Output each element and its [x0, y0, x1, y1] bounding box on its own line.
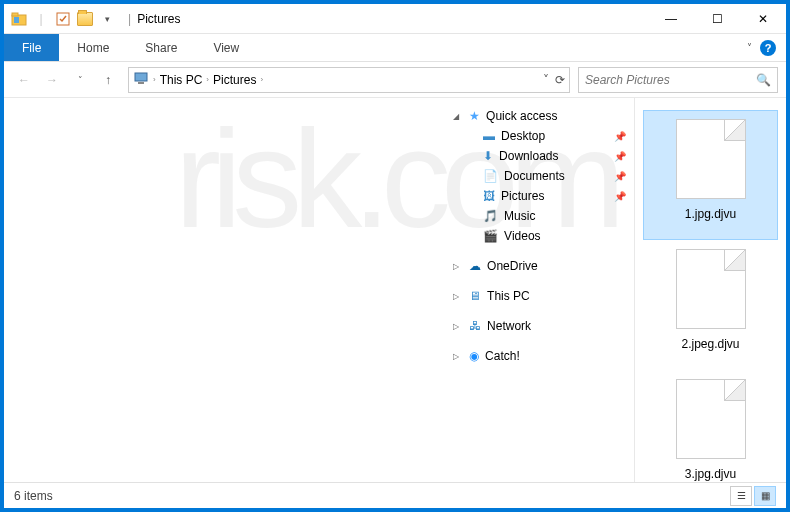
expand-arrow-icon[interactable]: ▷: [453, 322, 463, 331]
pin-icon: 📌: [614, 131, 626, 142]
file-list[interactable]: 1.jpg.djvu 2.jpeg.djvu 3.jpg.djvu 4.jpg.…: [635, 98, 786, 482]
breadcrumb-pictures[interactable]: Pictures: [213, 73, 256, 87]
address-bar[interactable]: › This PC › Pictures › ˅ ⟳: [128, 67, 570, 93]
sidebar-item-label: Documents: [504, 169, 565, 183]
help-icon[interactable]: ?: [760, 40, 776, 56]
window-controls: — ☐ ✕: [648, 4, 786, 34]
expand-arrow-icon[interactable]: ▷: [453, 262, 463, 271]
explorer-icon: [10, 10, 28, 28]
chevron-right-icon[interactable]: ›: [206, 75, 209, 84]
qat-separator: |: [32, 10, 50, 28]
sidebar-label: OneDrive: [487, 259, 538, 273]
sidebar-thispc[interactable]: ▷ 🖥 This PC: [449, 286, 630, 306]
desktop-icon: ▬: [483, 129, 495, 143]
pin-icon: 📌: [614, 151, 626, 162]
file-icon: [676, 119, 746, 199]
file-tab[interactable]: File: [4, 34, 59, 61]
quick-access-toolbar: | ▾: [4, 10, 122, 28]
sidebar-item-documents[interactable]: 📄 Documents 📌: [449, 166, 630, 186]
navigation-pane[interactable]: ◢ ★ Quick access ▬ Desktop 📌 ⬇ Downloads…: [445, 98, 635, 482]
file-name: 2.jpeg.djvu: [681, 337, 739, 351]
sidebar-label: This PC: [487, 289, 530, 303]
sidebar-item-label: Pictures: [501, 189, 544, 203]
ribbon-expand-icon[interactable]: ˅: [747, 42, 752, 53]
sidebar-item-label: Music: [504, 209, 535, 223]
status-bar: 6 items ☰ ▦: [4, 482, 786, 508]
tab-share[interactable]: Share: [127, 34, 195, 61]
network-icon: 🖧: [469, 319, 481, 333]
sidebar-network[interactable]: ▷ 🖧 Network: [449, 316, 630, 336]
sidebar-item-music[interactable]: 🎵 Music: [449, 206, 630, 226]
explorer-window: | ▾ | Pictures — ☐ ✕ File Home Share Vie…: [3, 3, 787, 509]
tab-view[interactable]: View: [195, 34, 257, 61]
catch-icon: ◉: [469, 349, 479, 363]
sidebar-item-label: Downloads: [499, 149, 558, 163]
close-button[interactable]: ✕: [740, 4, 786, 34]
downloads-icon: ⬇: [483, 149, 493, 163]
file-icon: [676, 249, 746, 329]
expand-arrow-icon[interactable]: ▷: [453, 352, 463, 361]
svg-rect-1: [12, 13, 18, 16]
breadcrumb-thispc[interactable]: This PC: [160, 73, 203, 87]
search-icon[interactable]: 🔍: [756, 73, 771, 87]
file-item[interactable]: 2.jpeg.djvu: [643, 240, 778, 370]
sidebar-label: Catch!: [485, 349, 520, 363]
address-dropdown-icon[interactable]: ˅: [543, 73, 549, 87]
recent-locations-button[interactable]: ˅: [68, 68, 92, 92]
forward-button[interactable]: →: [40, 68, 64, 92]
properties-icon[interactable]: [54, 10, 72, 28]
up-button[interactable]: ↑: [96, 68, 120, 92]
sidebar-onedrive[interactable]: ▷ ☁ OneDrive: [449, 256, 630, 276]
sidebar-item-desktop[interactable]: ▬ Desktop 📌: [449, 126, 630, 146]
search-placeholder: Search Pictures: [585, 73, 670, 87]
thumbnails-view-button[interactable]: ▦: [754, 486, 776, 506]
pin-icon: 📌: [614, 171, 626, 182]
sidebar-quick-access[interactable]: ◢ ★ Quick access: [449, 106, 630, 126]
sidebar-label: Quick access: [486, 109, 557, 123]
file-item[interactable]: 1.jpg.djvu: [643, 110, 778, 240]
svg-rect-4: [135, 73, 147, 81]
documents-icon: 📄: [483, 169, 498, 183]
window-title: Pictures: [137, 12, 180, 26]
refresh-icon[interactable]: ⟳: [555, 73, 565, 87]
videos-icon: 🎬: [483, 229, 498, 243]
sidebar-item-label: Desktop: [501, 129, 545, 143]
expand-arrow-icon[interactable]: ▷: [453, 292, 463, 301]
address-computer-icon: [133, 71, 149, 88]
file-name: 1.jpg.djvu: [685, 207, 736, 221]
title-separator: |: [128, 12, 131, 26]
computer-icon: 🖥: [469, 289, 481, 303]
maximize-button[interactable]: ☐: [694, 4, 740, 34]
minimize-button[interactable]: —: [648, 4, 694, 34]
qat-customize-icon[interactable]: ▾: [98, 10, 116, 28]
tab-home[interactable]: Home: [59, 34, 127, 61]
new-folder-icon[interactable]: [76, 10, 94, 28]
navigation-bar: ← → ˅ ↑ › This PC › Pictures › ˅ ⟳ Searc…: [4, 62, 786, 98]
music-icon: 🎵: [483, 209, 498, 223]
onedrive-icon: ☁: [469, 259, 481, 273]
item-count: 6 items: [14, 489, 53, 503]
pictures-icon: 🖼: [483, 189, 495, 203]
back-button[interactable]: ←: [12, 68, 36, 92]
title-bar[interactable]: | ▾ | Pictures — ☐ ✕: [4, 4, 786, 34]
chevron-right-icon[interactable]: ›: [153, 75, 156, 84]
file-icon: [676, 379, 746, 459]
ribbon-tabs: File Home Share View ˅ ?: [4, 34, 786, 62]
pin-icon: 📌: [614, 191, 626, 202]
file-name: 3.jpg.djvu: [685, 467, 736, 481]
sidebar-item-pictures[interactable]: 🖼 Pictures 📌: [449, 186, 630, 206]
search-input[interactable]: Search Pictures 🔍: [578, 67, 778, 93]
expand-arrow-icon[interactable]: ◢: [453, 112, 463, 121]
sidebar-item-videos[interactable]: 🎬 Videos: [449, 226, 630, 246]
sidebar-label: Network: [487, 319, 531, 333]
file-item[interactable]: 3.jpg.djvu: [643, 370, 778, 482]
star-icon: ★: [469, 109, 480, 123]
svg-rect-2: [14, 17, 19, 23]
sidebar-item-downloads[interactable]: ⬇ Downloads 📌: [449, 146, 630, 166]
details-view-button[interactable]: ☰: [730, 486, 752, 506]
svg-rect-5: [138, 82, 144, 84]
chevron-right-icon[interactable]: ›: [260, 75, 263, 84]
sidebar-catch[interactable]: ▷ ◉ Catch!: [449, 346, 630, 366]
sidebar-item-label: Videos: [504, 229, 540, 243]
